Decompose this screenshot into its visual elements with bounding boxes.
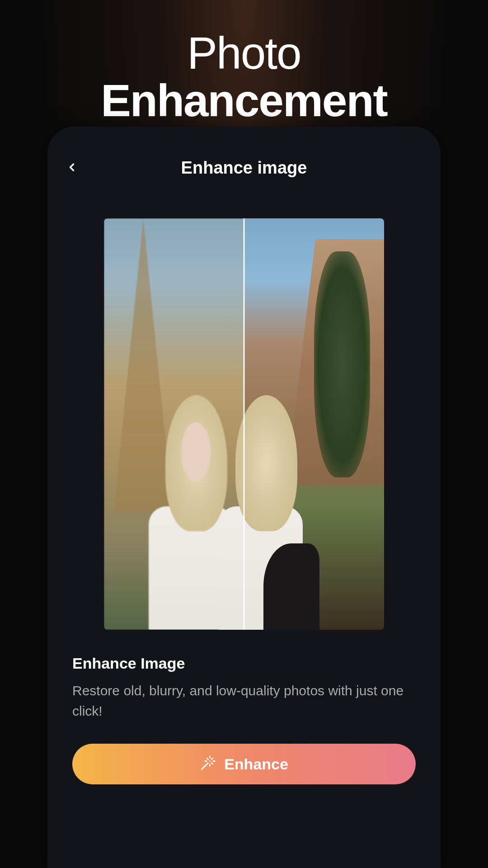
feature-description: Restore old, blurry, and low-quality pho… — [72, 680, 416, 721]
hero-title-line2: Enhancement — [0, 75, 488, 127]
enhance-button-label: Enhance — [224, 755, 288, 773]
screen-title: Enhance image — [66, 158, 422, 178]
image-comparison-preview[interactable] — [104, 218, 384, 630]
feature-section: Enhance Image Restore old, blurry, and l… — [61, 630, 427, 721]
image-after — [244, 218, 384, 630]
back-button[interactable] — [66, 161, 78, 175]
magic-wand-icon — [200, 755, 216, 773]
app-header: Enhance image — [61, 145, 427, 196]
chevron-left-icon — [66, 161, 78, 174]
hero-title: Photo Enhancement — [0, 0, 488, 127]
hero-title-line1: Photo — [0, 27, 488, 79]
feature-title: Enhance Image — [72, 655, 416, 672]
enhance-button[interactable]: Enhance — [72, 744, 416, 784]
comparison-slider[interactable] — [244, 218, 245, 630]
phone-frame: Enhance image Enhance Image Restore old,… — [47, 127, 441, 868]
